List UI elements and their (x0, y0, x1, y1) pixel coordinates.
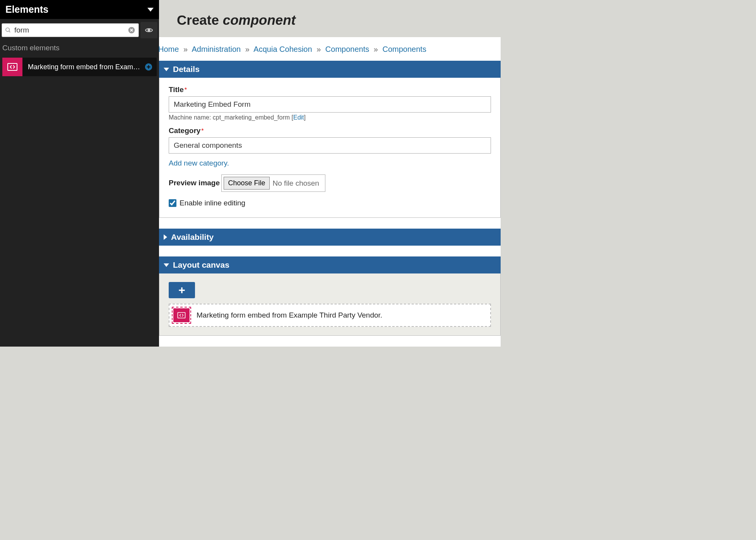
svg-point-0 (6, 28, 9, 31)
svg-line-1 (9, 31, 10, 32)
element-icon-box (2, 58, 22, 76)
main-content: Create component Home » Administration »… (159, 0, 501, 347)
panel-details-header[interactable]: Details (159, 61, 501, 78)
preview-image-label: Preview image (169, 179, 220, 187)
title-label: Title (169, 85, 184, 94)
category-label: Category (169, 126, 200, 135)
breadcrumb-sep: » (245, 45, 250, 53)
add-element-icon[interactable] (144, 63, 153, 71)
caret-down-icon (164, 263, 169, 267)
category-input[interactable] (169, 137, 491, 154)
svg-rect-6 (178, 313, 185, 318)
caret-right-icon (164, 234, 167, 240)
breadcrumb-components-2[interactable]: Components (382, 45, 426, 53)
caret-down-icon (164, 68, 169, 71)
inline-editing-row: Enable inline editing (169, 199, 491, 207)
add-category-link[interactable]: Add new category. (169, 159, 229, 167)
panel-layout-title: Layout canvas (173, 260, 229, 270)
clear-icon[interactable] (128, 26, 135, 34)
svg-rect-4 (8, 63, 17, 70)
canvas-icon-box (173, 308, 190, 322)
embed-icon (7, 63, 17, 71)
choose-file-button[interactable]: Choose File (224, 177, 269, 190)
canvas-item-label: Marketing form embed from Example Third … (197, 311, 382, 320)
machine-name-edit-link[interactable]: Edit (293, 114, 304, 121)
panel-layout-canvas: Layout canvas + Marketing fo (159, 256, 501, 336)
inline-editing-label: Enable inline editing (180, 199, 245, 207)
machine-name-label: Machine name: (169, 114, 213, 121)
sidebar-title: Elements (5, 4, 48, 15)
add-canvas-item-button[interactable]: + (169, 282, 195, 298)
breadcrumb-sep: » (316, 45, 321, 53)
file-status-text: No file chosen (273, 179, 323, 188)
breadcrumb-acquia-cohesion[interactable]: Acquia Cohesion (253, 45, 312, 53)
breadcrumb-sep: » (183, 45, 188, 53)
canvas-icon-wrap (172, 307, 191, 324)
panel-availability: Availability (159, 229, 501, 246)
panel-details-body: Title* Machine name: cpt_marketing_embed… (159, 78, 501, 218)
page-title-em: component (223, 12, 296, 27)
content-area: Home » Administration » Acquia Cohesion … (159, 37, 501, 347)
page-title-prefix: Create (177, 12, 223, 27)
eye-icon (145, 26, 153, 34)
search-icon (5, 27, 11, 33)
embed-icon (177, 312, 186, 318)
file-input-row: Choose File No file chosen (221, 174, 325, 192)
page-title: Create component (159, 0, 501, 37)
panel-details: Details Title* Machine name: cpt_marketi… (159, 61, 501, 218)
machine-name-row: Machine name: cpt_marketing_embed_form [… (169, 114, 491, 121)
panel-details-title: Details (173, 65, 200, 74)
chevron-down-icon (147, 8, 154, 12)
required-mark: * (185, 87, 187, 93)
search-input[interactable] (14, 26, 128, 34)
breadcrumb-sep: » (374, 45, 378, 53)
machine-name-value: cpt_marketing_embed_form (213, 114, 290, 121)
svg-point-3 (148, 29, 150, 31)
plus-icon: + (178, 284, 185, 296)
element-item-marketing-form[interactable]: Marketing form embed from Exam… (2, 58, 157, 76)
layout-canvas-body: + Marketing form embed from Example Thir… (159, 273, 501, 336)
title-input[interactable] (169, 96, 491, 113)
breadcrumb-home[interactable]: Home (158, 45, 179, 53)
sidebar-header[interactable]: Elements (0, 0, 159, 19)
search-wrapper[interactable] (2, 23, 139, 37)
field-preview-image: Preview image Choose File No file chosen (169, 174, 491, 192)
panel-availability-header[interactable]: Availability (159, 229, 501, 246)
panel-layout-header[interactable]: Layout canvas (159, 256, 501, 273)
breadcrumb: Home » Administration » Acquia Cohesion … (158, 45, 501, 61)
search-row (0, 19, 159, 41)
field-category: Category* (169, 126, 491, 154)
elements-sidebar: Elements Custom elements Marketing form … (0, 0, 159, 347)
element-group-label: Custom elements (0, 41, 159, 58)
field-title: Title* Machine name: cpt_marketing_embed… (169, 85, 491, 121)
panel-availability-title: Availability (171, 232, 214, 242)
canvas-item-marketing-form[interactable]: Marketing form embed from Example Third … (169, 304, 491, 327)
visibility-toggle-button[interactable] (140, 22, 157, 38)
breadcrumb-components[interactable]: Components (325, 45, 369, 53)
required-mark: * (201, 128, 204, 134)
element-label: Marketing form embed from Exam… (22, 63, 144, 71)
breadcrumb-administration[interactable]: Administration (192, 45, 241, 53)
inline-editing-checkbox[interactable] (169, 199, 176, 207)
